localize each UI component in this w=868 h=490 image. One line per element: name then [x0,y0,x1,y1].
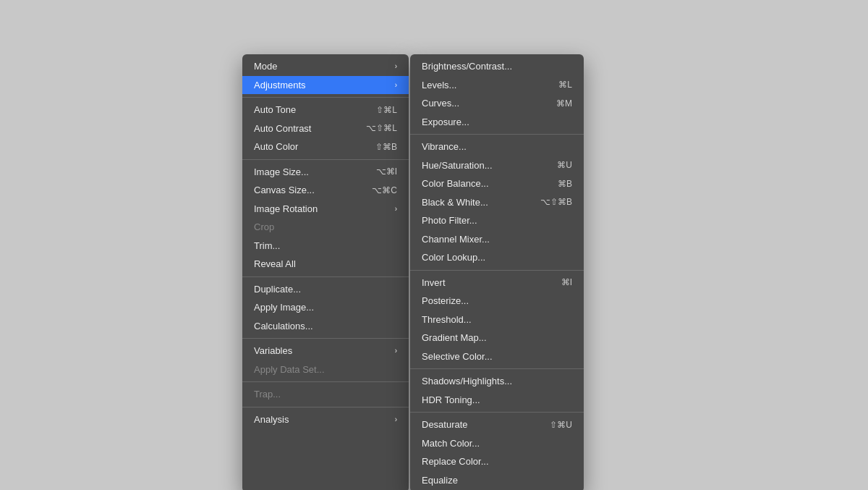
menu-item-auto-tone[interactable]: Auto Tone ⇧⌘L [242,101,409,119]
menu-item-calculations[interactable]: Calculations... [242,317,409,336]
menu-item-posterize[interactable]: Posterize... [410,292,584,311]
menu-item-curves[interactable]: Curves... ⌘M [410,94,584,113]
menu-item-reveal-all[interactable]: Reveal All [242,255,409,274]
menu-item-color-balance[interactable]: Color Balance... ⌘B [410,174,584,193]
separator [242,276,409,277]
separator [242,159,409,160]
arrow-icon: › [395,80,397,90]
menu-item-exposure[interactable]: Exposure... [410,113,584,132]
menu-item-duplicate[interactable]: Duplicate... [242,280,409,299]
menu-item-hdr-toning[interactable]: HDR Toning... [410,391,584,410]
separator [242,97,409,98]
menu-item-auto-contrast[interactable]: Auto Contrast ⌥⇧⌘L [242,119,409,138]
menu-container: Mode › Adjustments › Auto Tone ⇧⌘L Auto … [242,54,584,490]
menu-item-invert[interactable]: Invert ⌘I [410,274,584,292]
menu-item-shadows-highlights[interactable]: Shadows/Highlights... [410,372,584,391]
menu-item-desaturate[interactable]: Desaturate ⇧⌘U [410,415,584,434]
menu-item-color-lookup[interactable]: Color Lookup... [410,248,584,267]
adjustments-submenu: Brightness/Contrast... Levels... ⌘L Curv… [410,54,584,490]
menu-item-match-color[interactable]: Match Color... [410,434,584,453]
arrow-icon: › [395,203,397,214]
separator [242,338,409,339]
menu-item-trap: Trap... [242,385,409,404]
menu-item-brightness-contrast[interactable]: Brightness/Contrast... [410,57,584,76]
menu-item-gradient-map[interactable]: Gradient Map... [410,329,584,347]
separator [242,381,409,382]
menu-item-selective-color[interactable]: Selective Color... [410,347,584,366]
menu-item-mode[interactable]: Mode › [242,57,409,76]
menu-item-image-rotation[interactable]: Image Rotation › [242,200,409,219]
menu-item-levels[interactable]: Levels... ⌘L [410,76,584,95]
menu-item-trim[interactable]: Trim... [242,237,409,255]
separator [410,270,584,271]
menu-item-image-size[interactable]: Image Size... ⌥⌘I [242,163,409,182]
arrow-icon: › [395,414,397,425]
menu-item-equalize[interactable]: Equalize [410,471,584,490]
menu-item-hue-saturation[interactable]: Hue/Saturation... ⌘U [410,156,584,175]
menu-item-apply-data-set: Apply Data Set... [242,360,409,379]
menu-item-auto-color[interactable]: Auto Color ⇧⌘B [242,138,409,156]
menu-item-channel-mixer[interactable]: Channel Mixer... [410,230,584,249]
menu-item-apply-image[interactable]: Apply Image... [242,298,409,317]
menu-item-threshold[interactable]: Threshold... [410,311,584,329]
separator [242,407,409,407]
primary-menu: Mode › Adjustments › Auto Tone ⇧⌘L Auto … [242,54,409,490]
menu-item-adjustments[interactable]: Adjustments › [242,76,409,95]
separator [410,412,584,413]
menu-item-variables[interactable]: Variables › [242,342,409,360]
menu-item-analysis[interactable]: Analysis › [242,410,409,429]
menu-item-photo-filter[interactable]: Photo Filter... [410,211,584,230]
menu-item-canvas-size[interactable]: Canvas Size... ⌥⌘C [242,181,409,200]
arrow-icon: › [395,61,397,72]
arrow-icon: › [395,345,397,356]
menu-item-vibrance[interactable]: Vibrance... [410,138,584,156]
separator [410,134,584,135]
menu-item-replace-color[interactable]: Replace Color... [410,452,584,471]
separator [410,368,584,369]
menu-item-crop: Crop [242,218,409,237]
menu-item-black-white[interactable]: Black & White... ⌥⇧⌘B [410,193,584,212]
